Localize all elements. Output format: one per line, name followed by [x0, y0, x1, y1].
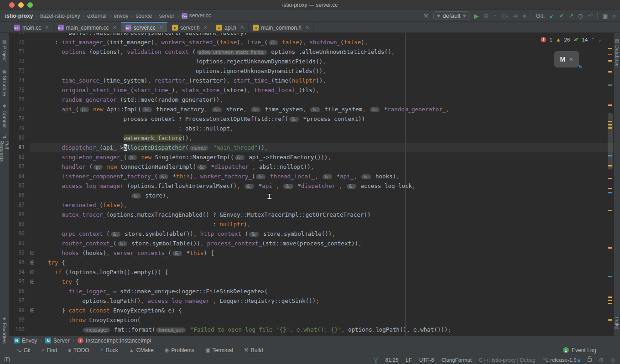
- code-text[interactable]: options_(options), validation_context_(a…: [41, 47, 614, 57]
- line-number[interactable]: 80: [9, 133, 30, 143]
- tool-window-button-cmake[interactable]: ▲CMake: [129, 347, 154, 354]
- stripe-mark[interactable]: [608, 178, 612, 179]
- code-text[interactable]: listener_component_factory_(&: *this), w…: [41, 172, 614, 181]
- code-line[interactable]: 94− if (!options.logPath().empty()) {: [9, 267, 614, 277]
- git-branch-widget[interactable]: ⌥ release-1.9: [543, 357, 580, 363]
- error-stripe[interactable]: [607, 33, 614, 336]
- tab-main.cc[interactable]: C++main.cc✕: [10, 22, 54, 32]
- stripe-mark[interactable]: [608, 165, 612, 166]
- line-number[interactable]: 89: [9, 219, 30, 229]
- code-line[interactable]: 76 random_generator_(std::move(random_ge…: [9, 95, 614, 104]
- line-number[interactable]: 75: [9, 85, 30, 95]
- code-text[interactable]: : nullptr),: [41, 219, 614, 229]
- code-line[interactable]: 95− try {: [9, 277, 614, 286]
- tool-window-toggle-icon[interactable]: [5, 357, 10, 362]
- stripe-mark[interactable]: [608, 210, 612, 211]
- profiler-icon[interactable]: ◴▾: [501, 12, 508, 19]
- tool-stripe-commit[interactable]: ❖Commit: [2, 104, 7, 128]
- stripe-mark[interactable]: [608, 60, 612, 62]
- code-line[interactable]: 80 watermark_factory)),: [9, 133, 614, 143]
- code-line[interactable]: 90 grpc_context_(&: store.symbolTable())…: [9, 229, 614, 239]
- code-line[interactable]: 84 listener_component_factory_(&: *this)…: [9, 172, 614, 181]
- attach-icon[interactable]: ⇉: [513, 12, 518, 19]
- line-number[interactable]: 73: [9, 66, 30, 76]
- breadcrumb-item[interactable]: istio-proxy: [4, 13, 34, 19]
- line-number[interactable]: 94: [9, 267, 30, 277]
- tool-window-button-problems[interactable]: ◉Problems: [165, 347, 194, 354]
- fold-icon[interactable]: −: [30, 251, 34, 255]
- line-number[interactable]: 82: [9, 152, 30, 162]
- event-log-button[interactable]: 1Event Log: [563, 347, 596, 354]
- code-text[interactable]: access_log_manager_(options.fileFlushInt…: [41, 181, 614, 191]
- code-line[interactable]: 77 api_(p: new Api::Impl(&: thread_facto…: [9, 104, 614, 114]
- stripe-mark[interactable]: [608, 192, 612, 193]
- breadcrumb-item[interactable]: C++server.cc: [180, 12, 213, 20]
- indexing-icon[interactable]: ◍: [611, 357, 615, 363]
- code-line[interactable]: 91 router_context_(&: store.symbolTable(…: [9, 239, 614, 248]
- tab-main_common.h[interactable]: Hmain_common.h✕: [249, 22, 314, 32]
- fold-icon[interactable]: −: [30, 260, 34, 265]
- code-text[interactable]: try {: [41, 258, 614, 267]
- code-text[interactable]: options.logPath(), access_log_manager_, …: [41, 296, 614, 306]
- tool-stripe-project[interactable]: ▤Project: [2, 39, 7, 62]
- code-line[interactable]: 92− hooks_(hooks), server_contexts_(&: *…: [9, 248, 614, 258]
- code-text[interactable]: terminated_(false),: [41, 200, 614, 210]
- fold-icon[interactable]: −: [30, 280, 34, 284]
- code-line[interactable]: 78 process_context ? ProcessContextOptRe…: [9, 114, 614, 124]
- code-text[interactable]: mutex_tracer_(options.mutexTracingEnable…: [41, 210, 614, 219]
- git-push-icon[interactable]: ↗: [568, 12, 573, 19]
- code-text[interactable]: : absl::nullopt,: [41, 124, 614, 133]
- stripe-mark[interactable]: [608, 296, 612, 298]
- line-number[interactable]: 79: [9, 124, 30, 133]
- close-icon[interactable]: ✕: [203, 25, 208, 31]
- gear-icon[interactable]: ⚙: [599, 357, 604, 363]
- tool-window-button-terminal[interactable]: ▣Terminal: [205, 347, 233, 354]
- code-line[interactable]: 98− } catch (const EnvoyException& e) {: [9, 306, 614, 315]
- close-icon[interactable]: ✕: [159, 25, 163, 31]
- line-number[interactable]: 93: [9, 258, 30, 267]
- prev-problem-icon[interactable]: ⌃: [591, 37, 594, 42]
- line-number[interactable]: 92: [9, 248, 30, 258]
- code-line[interactable]: 93− try {: [9, 258, 614, 267]
- next-problem-icon[interactable]: ⌄: [598, 37, 602, 42]
- code-text[interactable]: dispatcher_(api_->allocateDispatcher(nam…: [41, 143, 614, 152]
- stripe-mark[interactable]: [608, 300, 612, 301]
- code-line[interactable]: 85 access_log_manager_(options.fileFlush…: [9, 181, 614, 191]
- run-icon[interactable]: ▶: [474, 12, 479, 20]
- stripe-mark[interactable]: [608, 303, 612, 304]
- line-number[interactable]: 96: [9, 286, 30, 296]
- code-line[interactable]: 75 original_start_time_(start_time_), st…: [9, 85, 614, 95]
- run-config-select[interactable]: ♥ default ▾: [433, 11, 469, 20]
- breadcrumb-item[interactable]: source: [134, 13, 153, 19]
- stripe-mark[interactable]: [608, 188, 612, 189]
- code-text[interactable]: random_generator_(std::move(random_gener…: [41, 95, 614, 104]
- breadcrumb-item[interactable]: NServer: [45, 338, 69, 344]
- stripe-mark[interactable]: [608, 247, 612, 249]
- code-line[interactable]: 87 terminated_(false),: [9, 200, 614, 210]
- code-line[interactable]: 97 options.logPath(), access_log_manager…: [9, 296, 614, 306]
- line-number[interactable]: 91: [9, 239, 30, 248]
- line-number[interactable]: 74: [9, 76, 30, 85]
- code-line[interactable]: 88 mutex_tracer_(options.mutexTracingEna…: [9, 210, 614, 219]
- close-icon[interactable]: ✕: [569, 57, 573, 62]
- line-number[interactable]: 88: [9, 210, 30, 219]
- tool-stripe-structure[interactable]: ▦Structure: [2, 69, 7, 96]
- line-number[interactable]: 95: [9, 277, 30, 286]
- code-line[interactable]: 73 options.ignoreUnknownDynamicFields())…: [9, 66, 614, 76]
- tool-window-button-todo[interactable]: ≡TODO: [68, 347, 89, 354]
- code-line[interactable]: 79 : absl::nullopt,: [9, 124, 614, 133]
- line-number[interactable]: 85: [9, 181, 30, 191]
- code-text[interactable]: process_context ? ProcessContextOptRef(s…: [41, 114, 614, 124]
- resolve-context[interactable]: C++: istio-proxy | Debug: [479, 357, 536, 363]
- code-text[interactable]: time_source_(time_system), restarter_(re…: [41, 76, 614, 85]
- tool-window-button-build[interactable]: ⚒Build: [244, 347, 263, 354]
- tool-window-button-find[interactable]: ⌕Find: [42, 347, 57, 354]
- tab-server.h[interactable]: Hserver.h✕: [168, 22, 212, 32]
- inspections-status-icon[interactable]: ╲╱: [374, 357, 378, 363]
- tool-stripe-favorites[interactable]: ★Favorites: [2, 316, 7, 343]
- stripe-mark[interactable]: [608, 48, 612, 49]
- line-number[interactable]: 84: [9, 172, 30, 181]
- file-encoding[interactable]: UTF-8: [419, 357, 434, 363]
- code-text[interactable]: : init_manager_(init_manager), workers_s…: [41, 37, 614, 47]
- tool-stripe-database[interactable]: ▤ Database: [615, 38, 620, 67]
